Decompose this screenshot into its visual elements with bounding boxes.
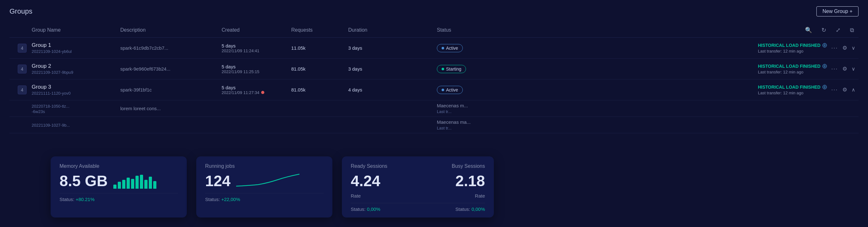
created-sub-3: 2022/11/09 11:27:34 [222, 90, 291, 95]
historical-col-3: HISTORICAL LOAD FINISHED i Last transfer… [758, 85, 827, 95]
sessions-values: 4.24 2.18 [351, 173, 485, 189]
row-num-2: 4 [13, 65, 32, 73]
memory-card-main: 8.5 GB [60, 173, 178, 189]
overlay-cards: Memory Available 8.5 GB Status: +80.21% … [51, 156, 494, 218]
status-badge-2: Starting [437, 65, 466, 73]
new-group-button[interactable]: New Group + [816, 6, 859, 17]
ready-sessions-title: Ready Sessions [351, 163, 388, 169]
col-duration: Duration [348, 27, 437, 33]
sessions-rate-header: Rate Rate [351, 193, 485, 198]
col-status: Status [437, 27, 526, 33]
group-name-3: Group 3 [32, 84, 120, 90]
expanded-maecenas-1: Maecenas m... Last tr... [437, 103, 526, 114]
requests-2: 81.05k [291, 66, 348, 71]
group-name-2: Group 2 [32, 63, 120, 69]
running-jobs-status: Status: +22,00% [205, 197, 323, 202]
gear-button-3[interactable]: ⚙ [842, 87, 847, 93]
table-row: 4 Group 3 20221111-1120-yov0 spark-39f1b… [9, 79, 859, 100]
page-container: Groups New Group + Group Name Descriptio… [0, 0, 868, 227]
sessions-card: Ready Sessions Busy Sessions 4.24 2.18 R… [342, 156, 494, 218]
group-name-col-2: Group 2 20221109-1027-9bpu9 [32, 63, 120, 75]
dots-menu-2[interactable]: ··· [831, 66, 838, 72]
group-sub-2: 20221109-1027-9bpu9 [32, 70, 120, 75]
expanded-lorem-1: lorem loreet cons... [120, 106, 222, 111]
status-badge-1: Active [437, 44, 463, 52]
num-badge-1: 4 [18, 44, 27, 53]
created-main-3: 5 days [222, 85, 291, 90]
col-created: Created [222, 27, 291, 33]
created-sub-1: 2022/11/09 11:24:41 [222, 48, 291, 53]
expanded-group-sub-1: 20220718-1050-tlz... -6w23s [32, 103, 120, 114]
last-transfer-2: Last transfer: 12 min ago [758, 70, 827, 74]
num-badge-2: 4 [18, 65, 27, 73]
created-col-2: 5 days 2022/11/09 11:25:15 [222, 64, 291, 74]
requests-1: 11.05k [291, 45, 348, 51]
group-name-col-1: Group 1 20221109-1024-yb6ul [32, 42, 120, 54]
historical-label-2: HISTORICAL LOAD FINISHED i [758, 64, 827, 69]
expanded-sub-row-1: 20220718-1050-tlz... -6w23s lorem loreet… [9, 100, 859, 117]
page-header: Groups New Group + [9, 6, 859, 17]
busy-sessions-value: 2.18 [456, 173, 485, 189]
group-name-col-3: Group 3 20221111-1120-yov0 [32, 84, 120, 96]
row-actions-2: HISTORICAL LOAD FINISHED i Last transfer… [526, 64, 855, 74]
dots-menu-3[interactable]: ··· [831, 87, 838, 93]
gear-button-2[interactable]: ⚙ [842, 66, 847, 72]
error-dot-3 [261, 91, 264, 94]
col-description: Description [120, 27, 222, 33]
info-dot-1: i [823, 43, 827, 47]
memory-card-title: Memory Available [60, 163, 178, 169]
row-actions-3: HISTORICAL LOAD FINISHED i Last transfer… [526, 85, 855, 95]
ready-status: Status: 0,00% [351, 206, 380, 212]
busy-rate-label: Rate [475, 193, 485, 198]
memory-status: Status: +80.21% [60, 197, 178, 202]
chevron-down-2[interactable]: ∨ [851, 66, 855, 72]
duration-3: 4 days [348, 87, 437, 92]
busy-status: Status: 0,00% [456, 206, 485, 212]
historical-label-1: HISTORICAL LOAD FINISHED i [758, 43, 827, 48]
status-badge-3: Active [437, 86, 463, 94]
status-dot-1 [442, 47, 444, 50]
created-main-1: 5 days [222, 43, 291, 48]
num-badge-3: 4 [18, 86, 27, 94]
historical-col-2: HISTORICAL LOAD FINISHED i Last transfer… [758, 64, 827, 74]
col-group-name: Group Name [32, 27, 120, 33]
description-1: spark-61c9db7c2cb7... [120, 45, 222, 51]
filter-icon-button[interactable]: ⧉ [849, 26, 855, 35]
expanded-group-sub-2: 20221109-1027-9b... [32, 123, 120, 128]
duration-2: 3 days [348, 66, 437, 71]
ready-sessions-value: 4.24 [351, 173, 380, 189]
status-col-2: Starting [437, 65, 526, 73]
search-icon-button[interactable]: 🔍 [804, 25, 813, 35]
refresh-icon-button[interactable]: ↻ [820, 25, 828, 35]
running-jobs-chart [236, 173, 323, 189]
col-requests: Requests [291, 27, 348, 33]
expanded-lorem2-1: Maecenas ma... Last tr... [437, 119, 526, 130]
memory-bar-chart [113, 173, 156, 189]
ready-status-value: 0,00% [367, 206, 380, 212]
group-name-1: Group 1 [32, 42, 120, 48]
chevron-up-3[interactable]: ∧ [851, 87, 855, 93]
gear-button-1[interactable]: ⚙ [842, 45, 847, 51]
memory-value: 8.5 GB [60, 173, 107, 189]
status-col-1: Active [437, 44, 526, 52]
running-jobs-card: Running jobs 124 Status: +22,00% [196, 156, 332, 218]
chevron-down-1[interactable]: ∨ [851, 45, 855, 51]
historical-col-1: HISTORICAL LOAD FINISHED i Last transfer… [758, 43, 827, 54]
running-jobs-divider [205, 193, 323, 193]
dots-menu-1[interactable]: ··· [831, 45, 838, 51]
sessions-rates: Status: 0,00% Status: 0,00% [351, 206, 485, 212]
memory-card: Memory Available 8.5 GB Status: +80.21% [51, 156, 187, 218]
created-col-3: 5 days 2022/11/09 11:27:34 [222, 85, 291, 95]
last-transfer-3: Last transfer: 12 min ago [758, 91, 827, 95]
page-title: Groups [9, 7, 32, 15]
expanded-sub-row-2: 20221109-1027-9b... Maecenas ma... Last … [9, 117, 859, 133]
running-jobs-title: Running jobs [205, 163, 323, 169]
row-num-3: 4 [13, 86, 32, 94]
row-actions-1: HISTORICAL LOAD FINISHED i Last transfer… [526, 43, 855, 54]
share-icon-button[interactable]: ⤢ [834, 25, 842, 35]
table-header-actions: 🔍 ↻ ⤢ ⧉ [526, 25, 855, 35]
status-dot-3 [442, 89, 444, 91]
table-row: 4 Group 1 20221109-1024-yb6ul spark-61c9… [9, 38, 859, 59]
table-header: Group Name Description Created Requests … [9, 23, 859, 38]
table-row: 4 Group 2 20221109-1027-9bpu9 spark-9e96… [9, 59, 859, 79]
